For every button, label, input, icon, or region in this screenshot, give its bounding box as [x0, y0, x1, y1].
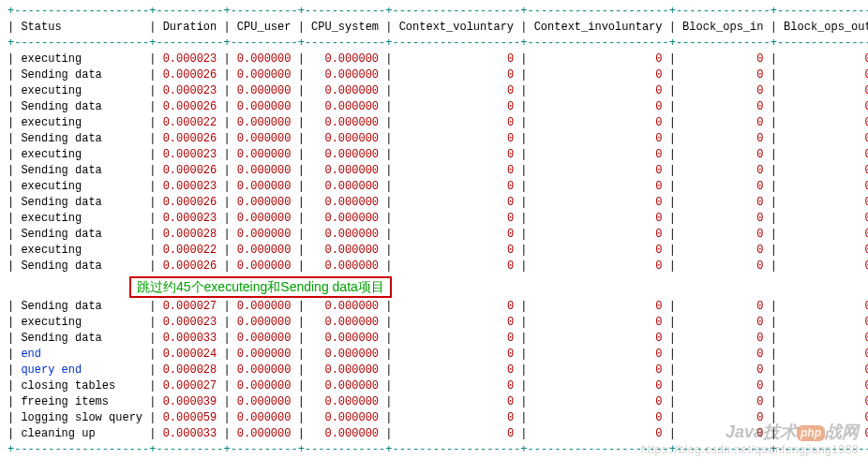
table-row: | Sending data| 0.000026 | 0.000000 | 0.… [7, 195, 861, 211]
table-row: | executing| 0.000023 | 0.000000 | 0.000… [7, 83, 861, 99]
table-row: | Sending data| 0.000026 | 0.000000 | 0.… [7, 163, 861, 179]
table-row: | cleaning up| 0.000033 | 0.000000 | 0.0… [7, 426, 861, 442]
separator-line: +--------------------+----------+-------… [7, 442, 861, 458]
table-row: | Sending data| 0.000026 | 0.000000 | 0.… [7, 259, 861, 274]
table-row: | Sending data| 0.000026 | 0.000000 | 0.… [7, 99, 861, 115]
skip-annotation: 跳过约45个executeing和Sending data项目 [129, 276, 392, 298]
table-row: | executing| 0.000023 | 0.000000 | 0.000… [7, 52, 861, 67]
separator-line: +--------------------+----------+-------… [7, 4, 861, 20]
table-row: | executing| 0.000023 | 0.000000 | 0.000… [7, 211, 861, 227]
table-row: | executing| 0.000023 | 0.000000 | 0.000… [7, 315, 861, 331]
table-row: | freeing items| 0.000039 | 0.000000 | 0… [7, 394, 861, 410]
table-row: | executing| 0.000022 | 0.000000 | 0.000… [7, 243, 861, 259]
table-row: | closing tables| 0.000027 | 0.000000 | … [7, 378, 861, 394]
table-row: | Sending data| 0.000028 | 0.000000 | 0.… [7, 227, 861, 243]
table-row: | executing| 0.000023 | 0.000000 | 0.000… [7, 179, 861, 195]
table-row: | Sending data| 0.000027 | 0.000000 | 0.… [7, 299, 861, 315]
table-row: | end| 0.000024 | 0.000000 | 0.000000 | … [7, 347, 861, 363]
separator-line: +--------------------+----------+-------… [7, 36, 861, 52]
table-row: | Sending data| 0.000026 | 0.000000 | 0.… [7, 131, 861, 147]
table-header: | Status| Duration| CPU_user| CPU_system… [7, 20, 861, 36]
table-row: | Sending data| 0.000026 | 0.000000 | 0.… [7, 67, 861, 83]
table-row: | logging slow query| 0.000059 | 0.00000… [7, 410, 861, 426]
table-row: | executing| 0.000023 | 0.000000 | 0.000… [7, 147, 861, 163]
table-row: | Sending data| 0.000033 | 0.000000 | 0.… [7, 331, 861, 347]
table-row: | executing| 0.000022 | 0.000000 | 0.000… [7, 115, 861, 131]
table-row: | query end| 0.000028 | 0.000000 | 0.000… [7, 363, 861, 378]
